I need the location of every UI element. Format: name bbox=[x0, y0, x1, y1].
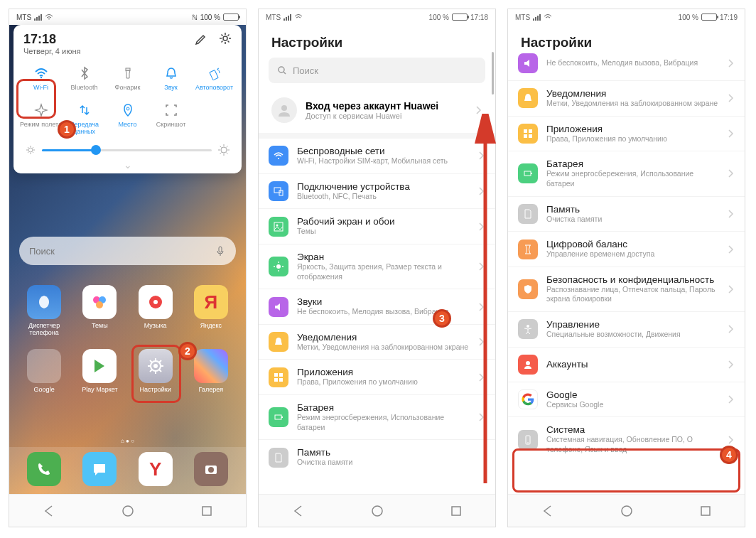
app-themes[interactable]: Темы bbox=[72, 285, 127, 336]
svg-rect-26 bbox=[202, 507, 211, 515]
dock-browser[interactable]: Y bbox=[139, 452, 173, 486]
signal-icon bbox=[533, 14, 541, 21]
location-icon bbox=[120, 102, 136, 118]
setting-display[interactable]: ЭкранЯркость, Защита зрения, Размер текс… bbox=[259, 244, 495, 289]
svg-line-20 bbox=[159, 370, 161, 372]
nav-bar bbox=[259, 494, 495, 527]
settings-search[interactable]: Поиск bbox=[269, 58, 485, 83]
qs-screenshot[interactable]: Скриншот bbox=[149, 99, 193, 138]
setting-system[interactable]: СистемаСистемная навигация, Обновление П… bbox=[508, 416, 745, 461]
nav-recent[interactable] bbox=[200, 505, 213, 517]
svg-point-1 bbox=[40, 77, 41, 78]
setting-apps[interactable]: ПриложенияПрава, Приложения по умолчанию bbox=[508, 116, 745, 151]
setting-home-wallpaper[interactable]: Рабочий экран и обоиТемы bbox=[259, 208, 495, 244]
setting-wireless[interactable]: Беспроводные сетиWi-Fi, Настройки SIM-ка… bbox=[259, 139, 495, 173]
svg-rect-47 bbox=[452, 507, 460, 515]
svg-rect-48 bbox=[524, 129, 527, 133]
setting-notifications[interactable]: УведомленияМетки, Уведомления на заблоки… bbox=[508, 80, 745, 116]
svg-point-54 bbox=[526, 325, 529, 328]
edit-icon[interactable] bbox=[195, 32, 207, 45]
scrollbar-indicator bbox=[492, 52, 494, 95]
settings-list[interactable]: Беспроводные сетиWi-Fi, Настройки SIM-ка… bbox=[259, 139, 495, 527]
gear-icon[interactable] bbox=[219, 32, 232, 45]
qs-location[interactable]: Место bbox=[106, 99, 149, 138]
setting-battery[interactable]: БатареяРежим энергосбережения, Использов… bbox=[259, 394, 495, 439]
wifi-status-icon bbox=[45, 13, 53, 21]
hourglass-icon bbox=[518, 240, 538, 259]
svg-point-4 bbox=[126, 107, 129, 110]
apps-icon bbox=[518, 124, 538, 144]
status-bar: MTS ℕ 100 % bbox=[9, 9, 246, 25]
svg-point-6 bbox=[221, 147, 227, 153]
setting-apps[interactable]: ПриложенияПрава, Приложения по умолчанию bbox=[259, 359, 495, 394]
dock-camera[interactable] bbox=[194, 452, 228, 486]
nav-home[interactable] bbox=[122, 505, 134, 517]
quick-settings-grid: Wi-Fi Bluetooth Фонарик Звук Автоповорот… bbox=[19, 63, 236, 138]
screenshot-icon bbox=[163, 102, 179, 118]
huawei-account-row[interactable]: Вход через аккаунт HuaweiДоступ к сервис… bbox=[259, 90, 495, 139]
nav-home[interactable] bbox=[371, 505, 384, 517]
svg-point-12 bbox=[153, 300, 158, 304]
qs-mobile-data[interactable]: Передача данных bbox=[63, 99, 106, 138]
app-yandex[interactable]: ЯЯндекс bbox=[183, 285, 239, 336]
qs-wifi[interactable]: Wi-Fi bbox=[19, 63, 63, 94]
battery-settings-icon bbox=[518, 163, 538, 183]
nav-back[interactable] bbox=[541, 505, 554, 517]
settings-list[interactable]: Не беспокоить, Мелодия вызова, Вибрация … bbox=[508, 53, 745, 527]
setting-sounds-partial[interactable]: Не беспокоить, Мелодия вызова, Вибрация bbox=[508, 53, 745, 80]
notification-panel[interactable]: 17:18 Четверг, 4 июня Wi-Fi Bluetooth Фо… bbox=[14, 25, 242, 173]
setting-devices[interactable]: Подключение устройстваBluetooth, NFC, Пе… bbox=[259, 173, 495, 209]
nav-back[interactable] bbox=[292, 505, 305, 517]
wallpaper-icon bbox=[269, 217, 288, 237]
svg-point-27 bbox=[279, 67, 284, 72]
qs-sound[interactable]: Звук bbox=[149, 63, 193, 94]
dock-messages[interactable] bbox=[82, 452, 117, 486]
svg-rect-53 bbox=[531, 173, 532, 174]
setting-battery[interactable]: БатареяРежим энергосбережения, Использов… bbox=[508, 151, 745, 195]
app-play-market[interactable]: Play Маркет bbox=[72, 349, 127, 393]
app-google-folder[interactable]: Google bbox=[16, 349, 72, 393]
panel-grabber[interactable]: ⌄ bbox=[19, 159, 236, 171]
chevron-right-icon bbox=[478, 262, 485, 271]
setting-accounts[interactable]: Аккаунты bbox=[508, 347, 745, 382]
app-gallery[interactable]: Галерея bbox=[183, 349, 239, 393]
homescreen-search[interactable]: Поиск bbox=[19, 237, 236, 265]
chevron-right-icon bbox=[728, 324, 735, 334]
rotate-icon bbox=[207, 65, 222, 81]
qs-flashlight[interactable]: Фонарик bbox=[106, 63, 149, 94]
qs-airplane[interactable]: Режим полета bbox=[19, 99, 63, 138]
nav-recent[interactable] bbox=[699, 505, 712, 517]
dock: Y bbox=[9, 447, 246, 494]
sound-icon bbox=[269, 297, 288, 317]
setting-google[interactable]: GoogleСервисы Google bbox=[508, 382, 745, 417]
nav-back[interactable] bbox=[43, 505, 55, 517]
setting-storage[interactable]: ПамятьОчистка памяти bbox=[508, 196, 745, 232]
panel-date: Четверг, 4 июня bbox=[23, 47, 80, 55]
setting-security[interactable]: Безопасность и конфиденциальностьРаспозн… bbox=[508, 267, 745, 311]
svg-line-22 bbox=[150, 370, 152, 372]
app-music[interactable]: Музыка bbox=[128, 285, 183, 336]
status-bar: MTS 100 % 17:19 bbox=[508, 9, 745, 25]
setting-digital-balance[interactable]: Цифровой балансУправление временем досту… bbox=[508, 231, 745, 267]
svg-point-5 bbox=[28, 148, 33, 152]
airplane-icon bbox=[33, 102, 49, 118]
brightness-slider[interactable] bbox=[19, 138, 236, 159]
chevron-right-icon bbox=[475, 105, 482, 115]
svg-point-0 bbox=[223, 36, 227, 41]
setting-notifications[interactable]: УведомленияМетки, Уведомления на заблоки… bbox=[259, 324, 495, 360]
setting-storage[interactable]: ПамятьОчистка памяти bbox=[259, 439, 495, 475]
qs-bluetooth[interactable]: Bluetooth bbox=[63, 63, 106, 94]
panel-time: 17:18 bbox=[23, 32, 80, 47]
nav-recent[interactable] bbox=[450, 505, 463, 517]
dock-phone[interactable] bbox=[27, 452, 61, 486]
setting-sounds[interactable]: ЗвукиНе беспокоить, Мелодия вызова, Вибр… bbox=[259, 289, 495, 324]
setting-accessibility[interactable]: УправлениеСпециальные возможности, Движе… bbox=[508, 311, 745, 347]
app-settings[interactable]: Настройки bbox=[128, 349, 183, 393]
svg-point-35 bbox=[276, 264, 281, 269]
screen-2-settings-top: MTS 100 % 17:18 Настройки Поиск Вход чер… bbox=[258, 9, 496, 527]
chevron-right-icon bbox=[728, 360, 735, 370]
mic-icon[interactable] bbox=[215, 245, 226, 257]
nav-home[interactable] bbox=[620, 505, 633, 517]
app-phone-manager[interactable]: Диспетчер телефона bbox=[16, 285, 72, 336]
qs-autorotate[interactable]: Автоповорот bbox=[193, 63, 236, 94]
